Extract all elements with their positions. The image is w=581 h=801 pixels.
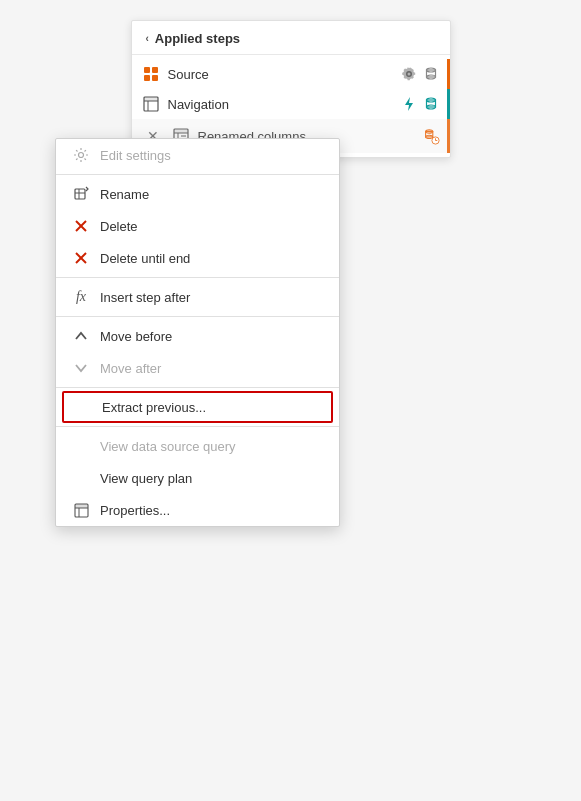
move-after-label: Move after <box>100 361 161 376</box>
extract-previous-icon <box>74 398 92 416</box>
context-menu[interactable]: Edit settings Rename <box>55 138 340 527</box>
view-query-plan-label: View query plan <box>100 471 192 486</box>
svg-rect-3 <box>152 75 158 81</box>
step-item-source[interactable]: Source <box>132 59 450 89</box>
properties-label: Properties... <box>100 503 170 518</box>
svg-rect-38 <box>75 504 88 508</box>
step-item-navigation[interactable]: Navigation <box>132 89 450 119</box>
menu-divider-2 <box>56 277 339 278</box>
delete-label: Delete <box>100 219 138 234</box>
menu-item-properties[interactable]: Properties... <box>56 494 339 526</box>
view-data-source-query-label: View data source query <box>100 439 236 454</box>
panel-header: ‹ Applied steps <box>132 21 450 55</box>
cylinder-teal-icon <box>422 95 440 113</box>
view-data-source-icon <box>72 437 90 455</box>
properties-grid-icon <box>72 501 90 519</box>
cylinder-icon <box>422 65 440 83</box>
view-query-plan-icon <box>72 469 90 487</box>
chevron-down-icon <box>72 359 90 377</box>
step-icons-right <box>400 65 440 83</box>
step-icons-right-nav <box>400 95 440 113</box>
svg-rect-10 <box>144 97 158 101</box>
panel-title: Applied steps <box>155 31 240 46</box>
menu-divider-4 <box>56 387 339 388</box>
rename-icon <box>72 185 90 203</box>
step-label-navigation: Navigation <box>168 97 392 112</box>
chevron-down-icon: ‹ <box>146 33 149 44</box>
svg-marker-11 <box>405 97 413 111</box>
right-accent-orange <box>447 59 450 89</box>
table-icon <box>142 95 160 113</box>
menu-divider-5 <box>56 426 339 427</box>
insert-step-after-label: Insert step after <box>100 290 190 305</box>
right-accent-orange-2 <box>447 119 450 153</box>
right-accent-teal <box>447 89 450 119</box>
move-before-label: Move before <box>100 329 172 344</box>
menu-item-delete[interactable]: Delete <box>56 210 339 242</box>
step-icons-right-renamed <box>422 127 440 145</box>
svg-rect-28 <box>75 189 85 199</box>
menu-divider-1 <box>56 174 339 175</box>
menu-item-rename[interactable]: Rename <box>56 178 339 210</box>
menu-item-insert-step-after[interactable]: fx Insert step after <box>56 281 339 313</box>
fx-icon: fx <box>72 288 90 306</box>
menu-divider-3 <box>56 316 339 317</box>
delete-until-end-label: Delete until end <box>100 251 190 266</box>
menu-item-delete-until-end[interactable]: Delete until end <box>56 242 339 274</box>
svg-point-27 <box>79 153 84 158</box>
menu-item-move-before[interactable]: Move before <box>56 320 339 352</box>
gear-menu-icon <box>72 146 90 164</box>
svg-rect-2 <box>144 75 150 81</box>
svg-rect-18 <box>174 129 188 133</box>
svg-rect-1 <box>152 67 158 73</box>
cylinder-clock-icon <box>422 127 440 145</box>
edit-settings-label: Edit settings <box>100 148 171 163</box>
menu-item-view-data-source-query[interactable]: View data source query <box>56 430 339 462</box>
x-red-2-icon <box>72 249 90 267</box>
gear-icon[interactable] <box>400 65 418 83</box>
menu-item-move-after[interactable]: Move after <box>56 352 339 384</box>
menu-item-edit-settings[interactable]: Edit settings <box>56 139 339 171</box>
chevron-up-icon <box>72 327 90 345</box>
step-label-source: Source <box>168 67 392 82</box>
grid-orange-icon <box>142 65 160 83</box>
menu-item-view-query-plan[interactable]: View query plan <box>56 462 339 494</box>
extract-previous-label: Extract previous... <box>102 400 206 415</box>
svg-rect-0 <box>144 67 150 73</box>
bolt-icon <box>400 95 418 113</box>
menu-item-extract-previous[interactable]: Extract previous... <box>62 391 333 423</box>
rename-label: Rename <box>100 187 149 202</box>
x-red-icon <box>72 217 90 235</box>
